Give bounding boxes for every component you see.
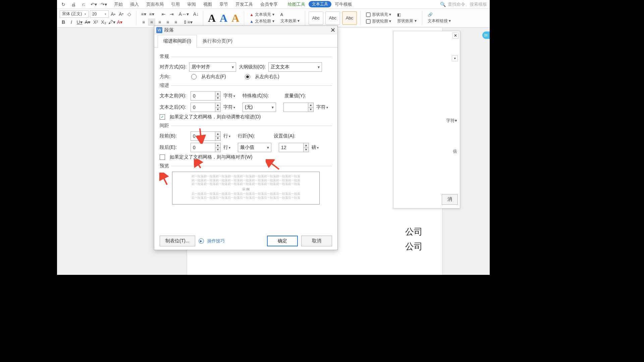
align-justify-icon[interactable]: ≡ [164, 18, 171, 26]
special-indent-label: 特殊格式(S): [243, 93, 269, 99]
measure-unit[interactable]: 字符 [316, 104, 328, 110]
shape-style-b[interactable]: Abc [325, 11, 340, 25]
menu-bar: ↻ 🖨 ⎌ ↶▾ ↷▾ 开始 插入 页面布局 引用 审阅 视图 章节 开发工具 … [57, 0, 490, 9]
refresh-icon[interactable]: ↻ [60, 1, 67, 8]
tab-view[interactable]: 视图 [203, 1, 212, 7]
tab-ref[interactable]: 引用 [171, 1, 180, 7]
indent-after-unit[interactable]: 字符 [223, 104, 235, 110]
background-side-panel: ✕ ▾ 字符▾ 倍 消 [393, 31, 460, 208]
space-after-spin[interactable]: 0▲▼ [191, 143, 221, 152]
indent-before-unit[interactable]: 字符 [223, 93, 235, 99]
set-at-unit[interactable]: 磅 [312, 144, 319, 150]
subscript-icon[interactable]: X₂ [100, 18, 107, 26]
clear-format-icon[interactable]: ◇ [125, 10, 133, 18]
shape-style-c[interactable]: Abc [342, 11, 357, 25]
tabstops-button[interactable]: 制表位(T)... [160, 236, 195, 246]
wordart-style-a[interactable]: A [207, 13, 217, 23]
line-spacing-combo[interactable]: 最小值▼ [238, 143, 271, 152]
sort-icon[interactable]: A↓ [192, 10, 200, 18]
font-selector[interactable]: 宋体 (正文)▾ [60, 10, 89, 18]
panel-cancel-button[interactable]: 消 [442, 194, 458, 205]
auto-adjust-check[interactable] [160, 114, 165, 120]
measure-spin[interactable]: ▲▼ [283, 103, 314, 112]
bold-icon[interactable]: B [60, 18, 67, 26]
indent-left-icon[interactable]: ⇤ [160, 10, 167, 18]
page-text-company-2: 公司 [405, 241, 423, 252]
tab-indent-spacing[interactable]: 缩进和间距(I) [158, 35, 197, 48]
wordart-style-c[interactable]: A [230, 13, 240, 23]
indent-before-label: 文本之前(R): [160, 93, 188, 99]
shape-style-a[interactable]: Abc [309, 11, 323, 25]
align-right-icon[interactable]: ≡ [156, 18, 163, 26]
cancel-button[interactable]: 取消 [301, 236, 332, 246]
line-spacing-icon[interactable]: ⇕≡▾ [184, 18, 192, 26]
direction-ltr-radio[interactable] [245, 74, 250, 79]
tab-text-tools[interactable]: 文本工具 [309, 1, 331, 7]
align-center-icon[interactable]: ≡ [148, 18, 155, 26]
direction-rtl-radio[interactable] [191, 74, 197, 79]
indent-before-spin[interactable]: 0▲▼ [191, 91, 221, 101]
strike-icon[interactable]: A▾ [84, 18, 91, 26]
align-left-icon[interactable]: ≡ [140, 18, 147, 26]
underline-icon[interactable]: U▾ [76, 18, 83, 26]
space-before-spin[interactable]: 0▲▼ [191, 131, 221, 141]
tab-line-page-break[interactable]: 换行和分页(P) [197, 35, 238, 48]
shape-fill-button[interactable]: 形状填充 ▾ [366, 12, 391, 17]
snap-grid-check[interactable] [160, 155, 165, 160]
numbering-icon[interactable]: ≡▾ [148, 10, 155, 18]
space-before-unit[interactable]: 行 [223, 133, 230, 139]
alignment-combo[interactable]: 居中对齐▼ [189, 62, 236, 72]
text-fill-button[interactable]: ▲文本填充 ▾ [250, 12, 274, 17]
dialog-title: 段落 [164, 27, 174, 33]
outline-level-combo[interactable]: 正文文本▼ [268, 62, 322, 72]
highlight-icon[interactable]: 🖍▾ [108, 18, 115, 26]
tab-review[interactable]: 审阅 [187, 1, 196, 7]
text-outline-button[interactable]: ▲文本轮廓 ▾ [250, 18, 274, 24]
panel-dropdown-1[interactable]: ▾ [452, 55, 458, 61]
tab-vip[interactable]: 会员专享 [260, 1, 278, 7]
special-indent-combo[interactable]: (无)▼ [243, 103, 276, 112]
grow-font-icon[interactable]: A▴ [109, 10, 117, 18]
tips-icon[interactable]: ▶ [199, 238, 204, 244]
print-icon[interactable]: 🖨 [70, 1, 77, 8]
tab-dev[interactable]: 开发工具 [235, 1, 253, 7]
panel-unit-char: 字符▾ [446, 118, 457, 124]
char-scale-icon[interactable]: A↔▾ [180, 10, 187, 18]
font-size-selector[interactable]: 20▾ [90, 10, 109, 18]
tab-start[interactable]: 开始 [114, 1, 123, 7]
undo-icon[interactable]: ↶▾ [90, 1, 97, 8]
preview-icon[interactable]: ⎌ [80, 1, 87, 8]
line-spacing-label: 行距(N): [238, 133, 255, 139]
tab-templates[interactable]: 可牛模板 [335, 1, 352, 7]
shape-outline-button[interactable]: 形状轮廓 ▾ [366, 18, 391, 24]
space-after-unit[interactable]: 行 [223, 144, 230, 150]
indent-after-spin[interactable]: 0▲▼ [191, 103, 221, 112]
dialog-tabs: 缩进和间距(I) 换行和分页(P) [154, 35, 337, 48]
tips-link[interactable]: 操作技巧 [207, 238, 225, 244]
redo-icon[interactable]: ↷▾ [100, 1, 107, 8]
side-badge[interactable]: 00 [482, 32, 490, 39]
search-box[interactable]: 🔍 查找命令、搜索模板 [440, 1, 487, 7]
textbox-link-button[interactable]: 🔗 [428, 12, 451, 17]
wordart-style-b[interactable]: A [218, 13, 229, 23]
bullets-icon[interactable]: ≡▾ [140, 10, 147, 18]
italic-icon[interactable]: I [68, 18, 75, 26]
font-color-icon[interactable]: A▾ [116, 18, 123, 26]
shrink-font-icon[interactable]: A▾ [117, 10, 125, 18]
align-distribute-icon[interactable]: ≡ [172, 18, 179, 26]
shape-effect-button[interactable]: ◧ [397, 12, 416, 17]
dialog-close-button[interactable]: ✕ [330, 26, 335, 34]
tab-insert[interactable]: 插入 [130, 1, 139, 7]
superscript-icon[interactable]: X² [92, 18, 99, 26]
section-indent: 缩进 [160, 82, 169, 88]
tab-section[interactable]: 章节 [219, 1, 228, 7]
tab-drawing-tools[interactable]: 绘图工具 [288, 1, 305, 7]
alignment-label: 对齐方式(G): [160, 64, 186, 70]
panel-close-button[interactable]: ✕ [452, 33, 459, 39]
ribbon: 宋体 (正文)▾ 20▾ A▴ A▾ ◇ B I U▾ A▾ X² X₂ 🖍▾ … [57, 9, 490, 27]
indent-right-icon[interactable]: ⇥ [168, 10, 175, 18]
ok-button[interactable]: 确定 [267, 236, 298, 246]
text-effect-button[interactable]: A [280, 12, 300, 17]
set-at-spin[interactable]: 12▲▼ [279, 143, 309, 152]
tab-layout[interactable]: 页面布局 [146, 1, 164, 7]
